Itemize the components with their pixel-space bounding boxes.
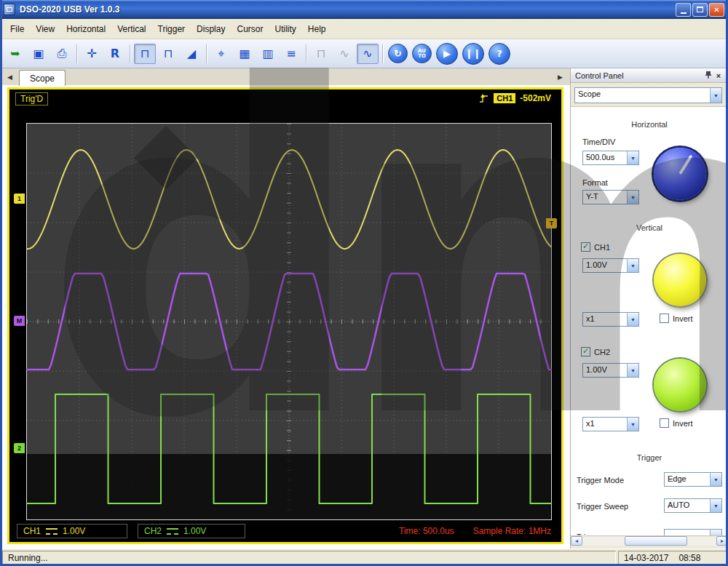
timediv-select[interactable]: 500.0us (582, 151, 639, 165)
trigger-mode-row: Trigger Mode Edge (577, 472, 722, 488)
checkbox-icon (660, 314, 669, 323)
menu-view[interactable]: View (30, 22, 60, 36)
ch2-position-knob[interactable] (654, 359, 706, 411)
chevron-down-icon (710, 473, 721, 486)
checkbox-icon (660, 418, 669, 428)
vertical-cursors-button[interactable]: ▥ (257, 44, 279, 64)
ch2-readout: CH2 1.00V (138, 524, 245, 538)
chevron-down-icon (627, 313, 638, 326)
panel-horizontal-scrollbar: ◂ ▸ (571, 535, 728, 546)
print-icon: ⎙ (58, 47, 67, 60)
trigger-mode-select[interactable]: Edge (664, 472, 722, 487)
ch1-ground-marker[interactable]: 1 (14, 194, 25, 204)
ch1-invert-checkbox[interactable]: Invert (660, 314, 693, 323)
ch1-probe-select[interactable]: x1 (582, 312, 639, 327)
record-button[interactable]: R (104, 44, 126, 64)
trigger-clipped-select[interactable] (664, 529, 722, 535)
pause-button[interactable]: ❙❙ (462, 43, 484, 65)
scope-status-row: Trig'D CH1 -502mV (9, 91, 561, 108)
sample-rate-readout: Sample Rate: 1MHz (473, 526, 551, 536)
trigger-clipped-row: Trigger (577, 529, 722, 535)
help-icon: ? (496, 48, 502, 59)
pan-button[interactable]: ✛ (81, 44, 103, 64)
horizontal-cursors-button[interactable]: ≡ (280, 44, 302, 64)
menu-vertical[interactable]: Vertical (111, 22, 151, 36)
print-button[interactable]: ⎙ (51, 44, 73, 64)
timebase-readout: Time: 500.0us (399, 526, 454, 536)
toolbar-separator (76, 44, 77, 63)
cursor-select-button[interactable]: ⌖ (210, 44, 232, 64)
dc-coupling-icon (167, 528, 178, 535)
ch2-probe-select[interactable]: x1 (582, 417, 639, 431)
menu-utility[interactable]: Utility (269, 22, 301, 36)
grid-display-icon: ▦ (239, 47, 250, 60)
square-wave-display-button[interactable]: ⊓ (134, 44, 156, 64)
horizontal-position-knob[interactable] (654, 148, 706, 200)
menu-display[interactable]: Display (191, 22, 231, 36)
sine-interpolation-button[interactable]: ∿ (357, 44, 379, 64)
trigger-sweep-label: Trigger Sweep (577, 502, 628, 511)
chevron-down-icon (710, 499, 721, 512)
ch2-ground-marker[interactable]: 2 (14, 443, 25, 453)
tab-scroll-left-button[interactable]: ◀ (7, 73, 12, 81)
ramp-wave-display-button[interactable]: ◢ (181, 44, 202, 64)
step-interpolation-icon: ⊓ (317, 47, 325, 60)
horizontal-group-title: Horizontal (571, 120, 728, 129)
panel-close-icon[interactable]: × (713, 71, 724, 81)
scrollbar-track[interactable] (582, 536, 716, 546)
trigger-sweep-select[interactable]: AUTO (664, 498, 722, 513)
open-button[interactable]: ➥ (4, 44, 26, 64)
maximize-button[interactable] (692, 3, 708, 17)
pan-icon: ✛ (87, 47, 96, 60)
ch2-invert-checkbox[interactable]: Invert (660, 418, 693, 428)
ch1-enable-checkbox[interactable]: CH1 (581, 242, 610, 252)
menu-trigger[interactable]: Trigger (152, 22, 191, 36)
trigger-source-badge: CH1 (494, 93, 515, 103)
vertical-group-title: Vertical (571, 223, 728, 232)
ch1-scale-select[interactable]: 1.00V (582, 258, 639, 273)
help-button[interactable]: ? (488, 43, 510, 65)
format-label: Format (582, 178, 608, 187)
trigger-sweep-row: Trigger Sweep AUTO (577, 498, 722, 514)
graticule (26, 123, 552, 520)
panel-mode-select[interactable]: Scope (574, 87, 722, 103)
status-datetime: 14-03-2017 08:58 (618, 551, 726, 565)
window-title: DSO-2020 USB Ver 1.0.3 (20, 4, 676, 15)
menu-cursor[interactable]: Cursor (231, 22, 269, 36)
scope-display: Trig'D CH1 -502mV 1 M 2 (7, 87, 563, 544)
chevron-down-icon (627, 151, 638, 164)
scrollbar-thumb[interactable] (625, 536, 687, 546)
scroll-right-arrow[interactable]: ▸ (716, 536, 728, 546)
step-interpolation-button: ⊓ (310, 44, 332, 64)
ch2-scale-select[interactable]: 1.00V (582, 363, 639, 378)
ch2-readout-scale: 1.00V (183, 526, 206, 536)
math-ground-marker[interactable]: M (14, 316, 25, 326)
close-button[interactable]: ✕ (709, 3, 724, 17)
app-window: DSO-2020 USB Ver 1.0.3 ✕ FileViewHorizon… (0, 0, 728, 566)
pin-icon[interactable] (703, 71, 713, 81)
menu-help[interactable]: Help (302, 22, 332, 36)
title-bar: DSO-2020 USB Ver 1.0.3 ✕ (0, 0, 728, 19)
chevron-down-icon (627, 191, 638, 204)
ch1-position-knob[interactable] (654, 254, 706, 306)
pulse-wave-display-button[interactable]: ⊓ (157, 44, 179, 64)
autoset-button[interactable]: AUTO (412, 44, 432, 63)
app-icon (4, 4, 15, 15)
grid-display-button[interactable]: ▦ (234, 44, 256, 64)
save-button[interactable]: ▣ (28, 44, 50, 64)
open-icon: ➥ (10, 47, 20, 60)
run-button[interactable]: ▶ (436, 43, 458, 65)
format-select[interactable]: Y-T (582, 190, 639, 204)
ch2-enable-checkbox[interactable]: CH2 (581, 347, 610, 356)
trigger-level-marker[interactable]: T (546, 218, 557, 228)
menu-horizontal[interactable]: Horizontal (60, 22, 111, 36)
tab-scope[interactable]: Scope (19, 70, 66, 86)
tab-scroll-right-button[interactable]: ▶ (558, 73, 563, 81)
panel-mode-value: Scope (575, 88, 710, 103)
minimize-button[interactable] (676, 3, 691, 17)
menu-file[interactable]: File (4, 22, 30, 36)
edge-trigger-icon (478, 93, 489, 103)
refresh-button[interactable]: ↻ (388, 44, 408, 63)
scroll-left-arrow[interactable]: ◂ (571, 536, 582, 546)
timediv-label: Time/DIV (582, 137, 615, 146)
